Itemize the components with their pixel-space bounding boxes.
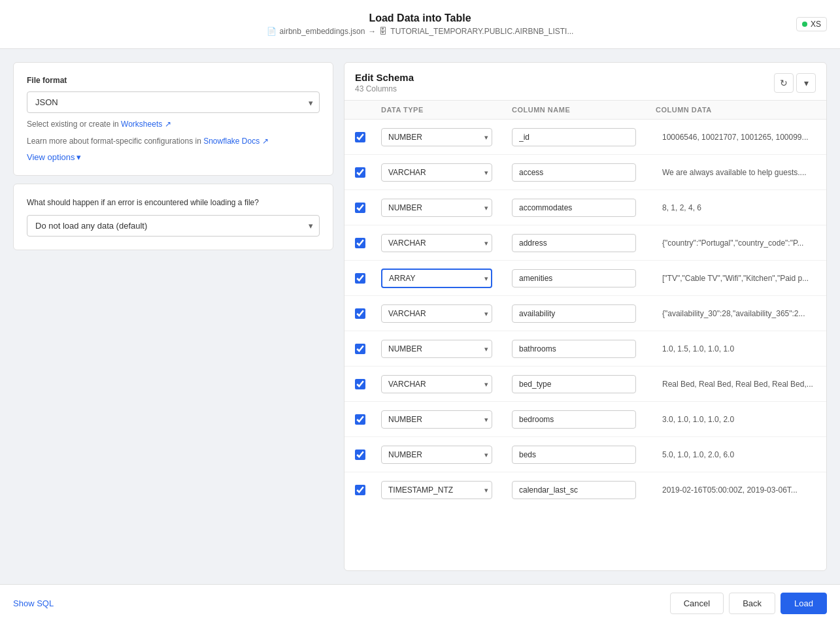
row-6-checkbox[interactable] — [355, 344, 365, 354]
row-7-checkbox[interactable] — [355, 379, 365, 389]
row-2-checkbox[interactable] — [355, 203, 365, 213]
row-10-name-cell[interactable] — [512, 481, 656, 499]
table-row: NUMBER VARCHARARRAYBOOLEANDATEFLOATINTEG… — [344, 472, 826, 508]
row-3-name-input[interactable] — [512, 234, 636, 252]
row-2-checkbox-cell[interactable] — [355, 203, 381, 213]
row-4-name-cell[interactable] — [512, 269, 656, 287]
row-7-name-cell[interactable] — [512, 375, 656, 393]
row-6-type-select[interactable]: NUMBER VARCHARARRAYBOOLEANDATEFLOATINTEG… — [381, 340, 492, 358]
row-1-checkbox[interactable] — [355, 167, 365, 178]
table-header: DATA TYPE COLUMN NAME COLUMN DATA — [344, 101, 826, 120]
row-5-type-select-wrapper[interactable]: NUMBER VARCHARARRAYBOOLEANDATEFLOATINTEG… — [381, 304, 512, 323]
row-1-type-select[interactable]: NUMBER VARCHARARRAYBOOLEANDATEFLOATINTEG… — [381, 163, 492, 182]
file-format-select-wrapper[interactable]: JSON CSV Parquet Avro ORC XML — [27, 91, 320, 113]
th-data-type: DATA TYPE — [381, 106, 512, 114]
row-8-name-cell[interactable] — [512, 410, 656, 429]
row-1-type-select-wrapper[interactable]: NUMBER VARCHARARRAYBOOLEANDATEFLOATINTEG… — [381, 163, 512, 182]
row-6-type-select-wrapper[interactable]: NUMBER VARCHARARRAYBOOLEANDATEFLOATINTEG… — [381, 340, 512, 358]
view-options-link[interactable]: View options ▾ — [27, 152, 81, 162]
row-5-name-cell[interactable] — [512, 304, 656, 323]
row-1-data: We are always available to help guests..… — [656, 168, 816, 177]
subtitle-file: airbnb_embeddings.json — [280, 27, 365, 36]
row-3-type-select[interactable]: NUMBER VARCHARARRAYBOOLEANDATEFLOATINTEG… — [381, 234, 492, 252]
row-10-type-select-wrapper[interactable]: NUMBER VARCHARARRAYBOOLEANDATEFLOATINTEG… — [381, 481, 512, 499]
row-8-checkbox[interactable] — [355, 414, 365, 425]
file-icon: 📄 — [267, 27, 277, 36]
row-0-name-input[interactable] — [512, 128, 636, 146]
row-10-checkbox-cell[interactable] — [355, 485, 381, 495]
row-10-name-input[interactable] — [512, 481, 636, 499]
row-3-name-cell[interactable] — [512, 234, 656, 252]
schema-columns-count: 43 Columns — [355, 84, 414, 93]
snowflake-docs-link[interactable]: Snowflake Docs ↗ — [203, 137, 268, 146]
row-3-checkbox-cell[interactable] — [355, 238, 381, 248]
row-6-name-cell[interactable] — [512, 340, 656, 358]
row-9-type-select-wrapper[interactable]: NUMBER VARCHARARRAYBOOLEANDATEFLOATINTEG… — [381, 446, 512, 464]
th-column-name: COLUMN NAME — [512, 106, 656, 114]
show-sql-button[interactable]: Show SQL — [13, 598, 54, 608]
file-format-select[interactable]: JSON CSV Parquet Avro ORC XML — [27, 91, 320, 113]
row-9-checkbox-cell[interactable] — [355, 450, 381, 460]
row-7-name-input[interactable] — [512, 375, 636, 393]
row-0-type-select[interactable]: NUMBER VARCHARARRAYBOOLEANDATEFLOATINTEG… — [381, 128, 492, 146]
row-8-checkbox-cell[interactable] — [355, 414, 381, 425]
schema-actions: ↻ ▾ — [774, 73, 816, 93]
row-9-name-input[interactable] — [512, 446, 636, 464]
chevron-down-icon: ▾ — [76, 152, 81, 162]
refresh-button[interactable]: ↻ — [774, 73, 794, 93]
row-5-type-select[interactable]: NUMBER VARCHARARRAYBOOLEANDATEFLOATINTEG… — [381, 304, 492, 323]
row-0-name-cell[interactable] — [512, 128, 656, 146]
error-label: What should happen if an error is encoun… — [27, 197, 320, 208]
row-5-name-input[interactable] — [512, 304, 636, 323]
row-3-data: {"country":"Portugal","country_code":"P.… — [656, 238, 816, 248]
row-4-name-input[interactable] — [512, 269, 636, 287]
row-6-name-input[interactable] — [512, 340, 636, 358]
row-5-checkbox-cell[interactable] — [355, 308, 381, 319]
row-5-checkbox[interactable] — [355, 308, 365, 319]
row-2-name-input[interactable] — [512, 199, 636, 217]
row-0-checkbox-cell[interactable] — [355, 132, 381, 142]
row-4-checkbox-cell[interactable] — [355, 273, 381, 284]
row-9-name-cell[interactable] — [512, 446, 656, 464]
worksheets-link[interactable]: Worksheets ↗ — [121, 120, 171, 129]
row-3-checkbox[interactable] — [355, 238, 365, 248]
row-4-type-select[interactable]: NUMBER VARCHARARRAYBOOLEANDATEFLOATINTEG… — [381, 269, 492, 288]
expand-button[interactable]: ▾ — [796, 73, 816, 93]
row-10-type-select[interactable]: NUMBER VARCHARARRAYBOOLEANDATEFLOATINTEG… — [381, 481, 492, 499]
row-7-checkbox-cell[interactable] — [355, 379, 381, 389]
load-button[interactable]: Load — [781, 593, 827, 614]
table-row: NUMBER VARCHARARRAYBOOLEANDATEFLOATINTEG… — [344, 225, 826, 261]
row-4-type-select-wrapper[interactable]: NUMBER VARCHARARRAYBOOLEANDATEFLOATINTEG… — [381, 269, 512, 288]
row-2-type-select-wrapper[interactable]: NUMBER VARCHARARRAYBOOLEANDATEFLOATINTEG… — [381, 199, 512, 217]
cancel-button[interactable]: Cancel — [670, 593, 724, 614]
row-10-checkbox[interactable] — [355, 485, 365, 495]
row-0-type-select-wrapper[interactable]: NUMBER VARCHARARRAYBOOLEANDATEFLOATINTEG… — [381, 128, 512, 146]
file-format-label: File format — [27, 76, 320, 85]
row-1-checkbox-cell[interactable] — [355, 167, 381, 178]
row-0-checkbox[interactable] — [355, 132, 365, 142]
row-4-checkbox[interactable] — [355, 273, 365, 284]
row-7-type-select-wrapper[interactable]: NUMBER VARCHARARRAYBOOLEANDATEFLOATINTEG… — [381, 375, 512, 393]
row-1-name-input[interactable] — [512, 163, 636, 182]
th-checkbox — [355, 106, 381, 114]
row-8-type-select[interactable]: NUMBER VARCHARARRAYBOOLEANDATEFLOATINTEG… — [381, 410, 492, 429]
table-row: NUMBER VARCHARARRAYBOOLEANDATEFLOATINTEG… — [344, 120, 826, 155]
row-8-name-input[interactable] — [512, 410, 636, 429]
row-1-name-cell[interactable] — [512, 163, 656, 182]
table-row: NUMBER VARCHARARRAYBOOLEANDATEFLOATINTEG… — [344, 437, 826, 472]
row-6-checkbox-cell[interactable] — [355, 344, 381, 354]
row-3-type-select-wrapper[interactable]: NUMBER VARCHARARRAYBOOLEANDATEFLOATINTEG… — [381, 234, 512, 252]
row-7-type-select[interactable]: NUMBER VARCHARARRAYBOOLEANDATEFLOATINTEG… — [381, 375, 492, 393]
row-2-name-cell[interactable] — [512, 199, 656, 217]
row-8-type-select-wrapper[interactable]: NUMBER VARCHARARRAYBOOLEANDATEFLOATINTEG… — [381, 410, 512, 429]
row-9-type-select[interactable]: NUMBER VARCHARARRAYBOOLEANDATEFLOATINTEG… — [381, 446, 492, 464]
table-row: NUMBER VARCHARARRAYBOOLEANDATEFLOATINTEG… — [344, 155, 826, 190]
back-button[interactable]: Back — [729, 593, 775, 614]
error-handling-select[interactable]: Do not load any data (default) Skip file… — [27, 215, 320, 237]
row-2-type-select[interactable]: NUMBER VARCHARARRAYBOOLEANDATEFLOATINTEG… — [381, 199, 492, 217]
top-header: Load Data into Table 📄 airbnb_embeddings… — [0, 0, 840, 49]
error-select-wrapper[interactable]: Do not load any data (default) Skip file… — [27, 215, 320, 237]
table-body: NUMBER VARCHARARRAYBOOLEANDATEFLOATINTEG… — [344, 120, 826, 570]
left-panel: File format JSON CSV Parquet Avro ORC XM… — [13, 62, 333, 571]
row-9-checkbox[interactable] — [355, 450, 365, 460]
